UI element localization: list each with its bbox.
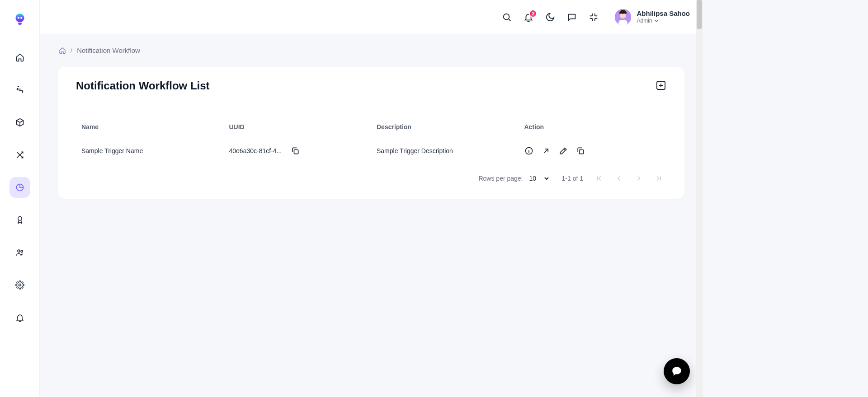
- nav-settings[interactable]: [9, 275, 30, 295]
- open-action[interactable]: [542, 146, 551, 155]
- header: 2: [40, 0, 703, 34]
- nav-transfer[interactable]: [9, 79, 30, 100]
- workflow-card: Notification Workflow List Name UUID Des…: [58, 67, 684, 199]
- card-title: Notification Workflow List: [76, 79, 210, 92]
- svg-point-8: [19, 284, 21, 286]
- edit-icon: [559, 146, 568, 155]
- search-icon: [502, 12, 512, 22]
- col-description: Description: [371, 116, 519, 138]
- svg-point-1: [17, 17, 19, 19]
- page-range: 1-1 of 1: [562, 175, 583, 182]
- logo-icon: [14, 13, 26, 28]
- svg-point-9: [504, 14, 509, 19]
- nav-rewards[interactable]: [9, 210, 30, 230]
- svg-rect-14: [294, 150, 298, 154]
- gear-icon: [15, 280, 24, 290]
- chevron-right-icon: [635, 174, 643, 182]
- chevron-down-icon: [654, 19, 659, 23]
- last-page-button[interactable]: [655, 174, 663, 182]
- cell-uuid: 40e6a30c-81cf-4...: [224, 138, 372, 164]
- sidebar: [0, 0, 40, 397]
- uuid-value: 40e6a30c-81cf-4...: [229, 147, 282, 154]
- first-page-button[interactable]: [595, 174, 603, 182]
- pagination: Rows per page: 10 1-1 of 1: [76, 174, 666, 182]
- transfer-icon: [15, 85, 24, 94]
- nav-analytics[interactable]: [9, 177, 30, 198]
- messages-button[interactable]: [567, 12, 577, 22]
- main: 2: [40, 0, 703, 397]
- breadcrumb-sep: /: [71, 47, 72, 54]
- notifications-button[interactable]: 2: [524, 12, 533, 22]
- notifications-badge: 2: [529, 9, 537, 18]
- col-uuid: UUID: [224, 116, 372, 138]
- cube-icon: [15, 118, 24, 127]
- shuffle-icon: [15, 150, 24, 159]
- prev-page-button[interactable]: [615, 174, 623, 182]
- svg-rect-3: [18, 23, 22, 23]
- table-row: Sample Trigger Name 40e6a30c-81cf-4... S…: [76, 138, 666, 164]
- award-icon: [15, 215, 24, 224]
- chat-icon: [567, 12, 577, 22]
- user-role: Admin: [637, 18, 690, 24]
- workflow-table: Name UUID Description Action Sample Trig…: [76, 116, 666, 163]
- cell-description: Sample Trigger Description: [371, 138, 519, 164]
- users-icon: [15, 248, 24, 257]
- svg-point-0: [15, 14, 24, 22]
- chat-bubble-icon: [671, 365, 683, 377]
- search-button[interactable]: [502, 12, 512, 22]
- app-logo[interactable]: [14, 6, 26, 34]
- moon-icon: [545, 12, 555, 22]
- scrollbar-thumb[interactable]: [697, 0, 702, 29]
- rows-per-page-select[interactable]: 10: [528, 174, 550, 182]
- chat-fab[interactable]: [664, 358, 690, 384]
- user-meta: Abhilipsa Sahoo Admin: [637, 9, 690, 24]
- copy-icon: [291, 146, 300, 155]
- bell-outline-icon: [15, 313, 24, 322]
- pie-chart-icon: [15, 183, 24, 192]
- user-role-label: Admin: [637, 18, 652, 24]
- avatar-image: [615, 9, 631, 25]
- breadcrumb: / Notification Workflow: [59, 47, 684, 54]
- svg-point-6: [18, 250, 20, 252]
- rows-per-page-label: Rows per page:: [478, 175, 523, 182]
- chevrons-right-icon: [655, 174, 663, 182]
- fullscreen-exit-button[interactable]: [589, 12, 599, 22]
- user-menu[interactable]: Abhilipsa Sahoo Admin: [615, 9, 690, 25]
- svg-rect-12: [618, 20, 627, 25]
- svg-point-5: [18, 217, 21, 220]
- svg-rect-16: [579, 150, 583, 154]
- copy-uuid-button[interactable]: [291, 146, 300, 155]
- chevrons-left-icon: [595, 174, 603, 182]
- next-page-button[interactable]: [635, 174, 643, 182]
- plus-square-icon: [656, 80, 666, 91]
- cell-action: [519, 138, 667, 164]
- nav-shuffle[interactable]: [9, 145, 30, 165]
- nav-home[interactable]: [9, 47, 30, 68]
- chevron-left-icon: [615, 174, 623, 182]
- home-icon: [15, 53, 24, 62]
- col-name: Name: [76, 116, 224, 138]
- svg-point-2: [20, 17, 22, 19]
- nav-notifications[interactable]: [9, 307, 30, 328]
- breadcrumb-current: Notification Workflow: [77, 47, 140, 54]
- duplicate-icon: [576, 146, 585, 155]
- avatar: [615, 9, 631, 25]
- info-icon: [524, 146, 533, 155]
- add-workflow-button[interactable]: [656, 80, 666, 92]
- nav-users[interactable]: [9, 242, 30, 263]
- edit-action[interactable]: [559, 146, 568, 155]
- col-action: Action: [519, 116, 667, 138]
- arrow-up-right-icon: [542, 146, 551, 155]
- nav-package[interactable]: [9, 112, 30, 133]
- info-action[interactable]: [524, 146, 533, 155]
- minimize-icon: [589, 12, 599, 22]
- home-icon: [59, 47, 66, 54]
- scrollbar-track[interactable]: [696, 0, 703, 397]
- sidebar-nav: [9, 47, 30, 328]
- theme-toggle[interactable]: [545, 12, 555, 22]
- breadcrumb-home[interactable]: [59, 47, 66, 54]
- svg-rect-4: [18, 24, 21, 25]
- svg-point-7: [21, 250, 23, 252]
- cell-name: Sample Trigger Name: [76, 138, 224, 164]
- duplicate-action[interactable]: [576, 146, 585, 155]
